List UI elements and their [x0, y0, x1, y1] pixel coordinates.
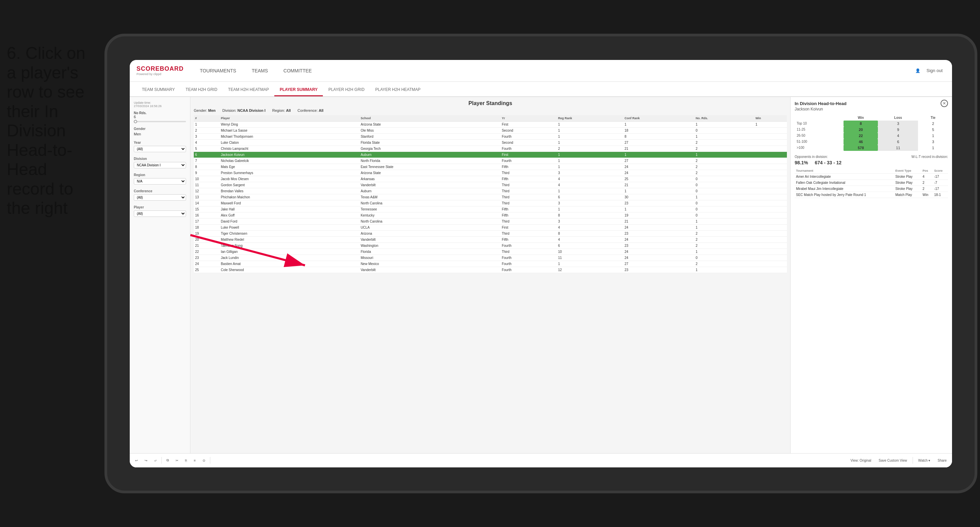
close-button[interactable]: ✕: [940, 100, 948, 107]
cell-rank: 20: [194, 237, 220, 243]
region-select[interactable]: N/A: [134, 178, 186, 184]
tournament-row: Fallen Oak Collegiate Invitational Strok…: [795, 179, 948, 186]
sub-nav-player-summary[interactable]: PLAYER SUMMARY: [274, 84, 323, 96]
tournament-row: SEC Match Play hosted by Jerry Pate Roun…: [795, 192, 948, 198]
no-rds-slider[interactable]: [134, 121, 186, 122]
table-row[interactable]: 11 Gordon Sargent Vanderbilt Third 4 21 …: [194, 182, 787, 188]
division-select[interactable]: NCAA Division I: [134, 162, 186, 168]
table-row[interactable]: 13 Phichaksn Maichon Texas A&M Third 6 3…: [194, 194, 787, 200]
table-row[interactable]: 20 Matthew Riedel Vanderbilt Fifth 4 24 …: [194, 237, 787, 243]
table-row[interactable]: 14 Maxwell Ford North Carolina Third 3 2…: [194, 200, 787, 206]
table-row[interactable]: 4 Luke Claton Florida State Second 1 27 …: [194, 140, 787, 146]
h2h-rank-range: 26-50: [795, 133, 843, 139]
undo-button[interactable]: ↩: [133, 458, 140, 464]
sub-nav-player-h2h-grid[interactable]: PLAYER H2H GRID: [323, 84, 370, 96]
col-conf-rank: Conf Rank: [623, 115, 694, 122]
toolbar-divider-3: [913, 457, 913, 464]
nav-teams[interactable]: TEAMS: [249, 67, 270, 75]
no-rds-filter: No Rds. 6: [134, 111, 186, 122]
sub-nav-team-h2h-grid[interactable]: TEAM H2H GRID: [180, 84, 223, 96]
table-row[interactable]: 15 Jake Hall Tennessee Fifth 1 1 0: [194, 206, 787, 212]
cell-rank: 14: [194, 200, 220, 206]
cell-player: Gordon Sargent: [220, 182, 359, 188]
sign-out-button[interactable]: Sign out: [924, 67, 945, 75]
cell-rank: 17: [194, 218, 220, 224]
cell-conf-rank: 19: [623, 212, 694, 218]
cell-reg-rank: 3: [557, 200, 623, 206]
cell-player: Jack Lundin: [220, 255, 359, 260]
cell-win: [754, 218, 787, 224]
table-row[interactable]: 9 Preston Summerhays Arizona State Third…: [194, 170, 787, 176]
share-button[interactable]: Share: [935, 458, 949, 464]
table-row[interactable]: 1 Wenyi Ding Arizona State First 1 1 1 1: [194, 121, 787, 127]
year-select[interactable]: (All): [134, 146, 186, 152]
cell-conf-rank: 24: [623, 249, 694, 255]
cell-rank: 24: [194, 260, 220, 267]
table-row[interactable]: 6 Jackson Koivun Auburn First 1 1 1: [194, 152, 787, 157]
table-row[interactable]: 5 Christo Lampracht Georgia Tech Fourth …: [194, 146, 787, 152]
t-type: Stroke Play: [894, 179, 921, 186]
cell-conf-rank: 24: [623, 163, 694, 170]
table-row[interactable]: 19 Tiger Christensen Arizona Third 8 23 …: [194, 230, 787, 237]
table-row[interactable]: 24 Bastien Amat New Mexico Fourth 1 27 2: [194, 260, 787, 267]
standings-filters: Gender: Men Division: NCAA Division I Re…: [194, 108, 787, 113]
t-type: Stroke Play: [894, 186, 921, 192]
copy-button[interactable]: ⧉: [164, 457, 171, 464]
nav-tournaments[interactable]: TOURNAMENTS: [197, 67, 239, 75]
table-row[interactable]: 25 Cole Sherwood Vanderbilt Fourth 12 23…: [194, 267, 787, 273]
sub-nav-team-summary[interactable]: TEAM SUMMARY: [137, 84, 180, 96]
menu-button[interactable]: ≡: [192, 458, 198, 464]
redo-button[interactable]: ↪: [143, 458, 149, 464]
cell-school: North Carolina: [359, 200, 500, 206]
t-name: SEC Match Play hosted by Jerry Pate Roun…: [795, 192, 894, 198]
table-row[interactable]: 21 Taehoon Song Washington Fourth 6 23 2: [194, 243, 787, 249]
sub-nav-team-h2h-heatmap[interactable]: TEAM H2H HEATMAP: [223, 84, 274, 96]
cell-conf-rank: 1: [623, 188, 694, 194]
conference-select[interactable]: (All): [134, 194, 186, 201]
player-select[interactable]: (All): [134, 211, 186, 217]
cell-conf-rank: 23: [623, 243, 694, 249]
table-row[interactable]: 23 Jack Lundin Missouri Fourth 11 24 0: [194, 255, 787, 260]
table-row[interactable]: 8 Mats Ege East Tennessee State Fifth 1 …: [194, 163, 787, 170]
paste-button[interactable]: ⎘: [183, 458, 189, 464]
table-row[interactable]: 10 Jacob Mos Olesen Arkansas Fifth 4 25 …: [194, 176, 787, 182]
wlt-label: W-L-T record in-division:: [911, 155, 948, 159]
h2h-tie: 3: [918, 139, 948, 145]
save-custom-button[interactable]: Save Custom View: [877, 458, 909, 464]
cell-player: Brendan Valles: [220, 188, 359, 194]
table-row[interactable]: 22 Ian Gilligan Florida Third 10 24 1: [194, 249, 787, 255]
cell-rank: 15: [194, 206, 220, 212]
cell-no-rds: 2: [694, 163, 754, 170]
table-row[interactable]: 3 Michael Thorbjornsen Stanford Fourth 1…: [194, 133, 787, 140]
watch-button[interactable]: Watch ▾: [916, 458, 932, 464]
h2h-rank-range: >100: [795, 145, 843, 151]
stat-row: 98.1% 674 - 33 - 12: [795, 160, 948, 165]
nav-committee[interactable]: COMMITTEE: [281, 67, 314, 75]
record-button[interactable]: ⊙: [200, 458, 207, 464]
table-row[interactable]: 7 Nicholas Gabrelcik North Florida Fourt…: [194, 157, 787, 163]
cell-yr: Fifth: [500, 206, 557, 212]
nav-right: 👤 Sign out: [915, 67, 945, 75]
table-row[interactable]: 17 David Ford North Carolina Third 3 21 …: [194, 218, 787, 224]
cell-player: Mats Ege: [220, 163, 359, 170]
cell-win: [754, 224, 787, 230]
t-col-event-type: Event Type: [894, 168, 921, 174]
cell-conf-rank: 25: [623, 176, 694, 182]
table-row[interactable]: 12 Brendan Valles Auburn Third 1 1 0: [194, 188, 787, 194]
refresh-button[interactable]: ⤾: [152, 458, 159, 464]
h2h-col-loss: Loss: [878, 115, 918, 121]
cell-school: Texas A&M: [359, 194, 500, 200]
cell-reg-rank: 8: [557, 212, 623, 218]
view-original-button[interactable]: View: Original: [849, 458, 873, 464]
table-row[interactable]: 18 Luke Powell UCLA First 4 24 1: [194, 224, 787, 230]
t-score: -17: [933, 173, 948, 179]
cut-button[interactable]: ✂: [173, 458, 180, 464]
table-row[interactable]: 2 Michael La Sasse Ole Miss Second 1 18 …: [194, 127, 787, 133]
cell-player: Cole Sherwood: [220, 267, 359, 273]
col-reg-rank: Reg Rank: [557, 115, 623, 122]
cell-rank: 10: [194, 176, 220, 182]
table-row[interactable]: 16 Alex Goff Kentucky Fifth 8 19 0: [194, 212, 787, 218]
toolbar-divider-2: [210, 457, 210, 464]
sub-nav-player-h2h-heatmap[interactable]: PLAYER H2H HEATMAP: [370, 84, 426, 96]
cell-win: [754, 182, 787, 188]
